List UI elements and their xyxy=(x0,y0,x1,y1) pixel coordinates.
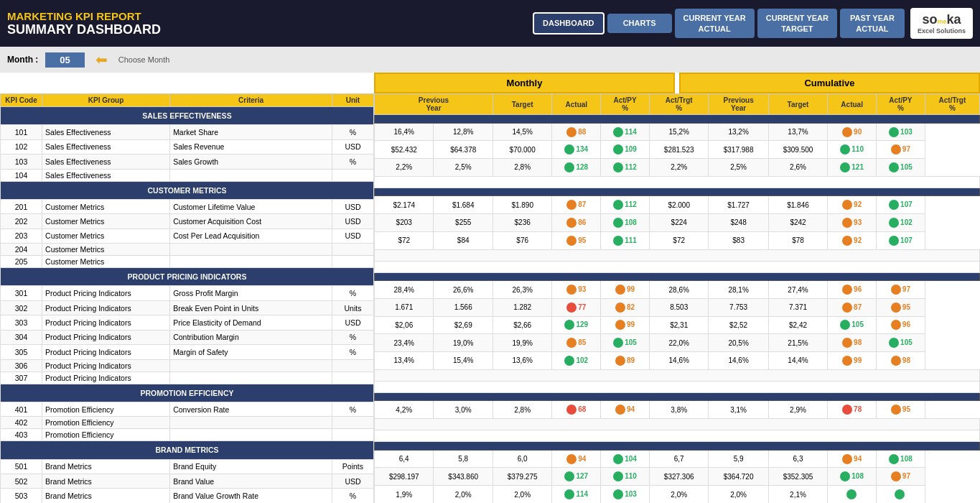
c-atgt: 107 xyxy=(877,196,925,214)
c-actual: 2,9% xyxy=(768,401,827,419)
m-atgt: 114 xyxy=(601,123,650,141)
unit-cell: % xyxy=(332,489,373,503)
c-actual: $352.305 xyxy=(768,468,827,486)
status-badge xyxy=(842,405,852,415)
status-badge xyxy=(842,303,852,313)
c-prev-year: 2,0% xyxy=(649,486,708,503)
m-target: 1.566 xyxy=(434,298,493,316)
c-prev-year: 22,0% xyxy=(649,334,708,352)
m-actual: $1.890 xyxy=(493,196,551,214)
c-prev-year: 14,6% xyxy=(649,351,708,369)
unit-cell xyxy=(332,256,373,268)
kpi-group-cell: Brand Metrics xyxy=(42,459,170,474)
criteria-cell: Break Even Point in Units xyxy=(170,300,332,315)
kpi-group-cell: Brand Metrics xyxy=(42,474,170,488)
m-atgt: 108 xyxy=(601,214,650,232)
m-apy: 95 xyxy=(552,231,601,249)
dashboard-button[interactable]: DASHBOARD xyxy=(533,12,605,34)
c-atgt: 105 xyxy=(877,334,925,352)
m-apy: 129 xyxy=(552,316,601,334)
c-atgt: 108 xyxy=(877,450,925,468)
c-actual: $309.500 xyxy=(768,141,827,159)
past-year-actual-button[interactable]: PAST YEARACTUAL xyxy=(840,9,905,38)
unit-cell xyxy=(332,169,373,181)
c-target: 3,1% xyxy=(709,401,768,419)
c-target: $317.988 xyxy=(709,141,768,159)
c-atgt: 107 xyxy=(877,231,925,249)
m-prev-year: 1.671 xyxy=(375,298,434,316)
m-actual: 19,9% xyxy=(493,334,551,352)
c-prev-year: $72 xyxy=(649,231,708,249)
current-year-target-button[interactable]: CURRENT YEARTARGET xyxy=(757,9,837,38)
m-atgt: 104 xyxy=(601,450,650,468)
m-target: 15,4% xyxy=(434,351,493,369)
m-apy: 85 xyxy=(552,334,601,352)
right-table: PreviousYear Target Actual Act/PY% Act/T… xyxy=(374,93,980,503)
status-badge xyxy=(889,200,899,210)
m-prev-year: $203 xyxy=(375,214,434,232)
c-actual: $2,42 xyxy=(768,316,827,334)
status-badge xyxy=(564,144,574,154)
kpi-code-cell: 303 xyxy=(1,315,42,330)
kpi-code-cell: 103 xyxy=(1,154,42,169)
m-apy: 88 xyxy=(552,123,601,141)
kpi-code-cell: 402 xyxy=(1,417,42,429)
status-badge xyxy=(566,236,577,246)
status-badge xyxy=(842,236,852,246)
criteria-cell xyxy=(170,256,332,268)
m-target: 3,0% xyxy=(434,401,493,419)
unit-cell: % xyxy=(332,286,373,300)
kpi-code-cell: 307 xyxy=(1,372,42,384)
status-badge xyxy=(891,471,901,481)
c-atgt: 98 xyxy=(877,351,925,369)
status-badge xyxy=(889,454,899,464)
criteria-cell: Brand Value xyxy=(170,474,332,488)
m-atgt: 89 xyxy=(601,351,650,369)
m-target: 5,8 xyxy=(434,450,493,468)
m-target: $64.378 xyxy=(434,141,493,159)
m-atgt: 99 xyxy=(601,316,650,334)
m-target: 26,6% xyxy=(434,281,493,299)
c-prev-year: 3,8% xyxy=(649,401,708,419)
status-badge xyxy=(566,127,577,137)
kpi-code-cell: 203 xyxy=(1,229,42,243)
m-actual: 13,6% xyxy=(493,351,551,369)
status-badge xyxy=(889,236,899,246)
m-prev-year: 13,4% xyxy=(375,351,434,369)
kpi-group-cell: Product Pricing Indicators xyxy=(42,372,170,384)
kpi-group-cell: Promotion Efficiency xyxy=(42,429,170,441)
c-target: 14,6% xyxy=(709,351,768,369)
c-target: 28,1% xyxy=(709,281,768,299)
m-atgt: 94 xyxy=(601,401,650,419)
kpi-code-cell: 302 xyxy=(1,300,42,315)
m-atgt: 99 xyxy=(601,281,650,299)
m-atgt: 110 xyxy=(601,468,650,486)
status-badge xyxy=(566,454,577,464)
c-prev-year: 2,2% xyxy=(649,159,708,177)
current-year-actual-button[interactable]: CURRENT YEARACTUAL xyxy=(675,9,755,38)
criteria-cell: Margin of Safety xyxy=(170,345,332,359)
m-prev-year: $2,06 xyxy=(375,316,434,334)
criteria-cell xyxy=(170,417,332,429)
c-apy: 93 xyxy=(828,214,877,232)
c-target: $83 xyxy=(709,231,768,249)
status-badge xyxy=(564,356,574,366)
m-prev-year: 23,4% xyxy=(375,334,434,352)
group-header-right xyxy=(375,272,980,281)
status-badge xyxy=(889,127,899,137)
c-actual: 6,3 xyxy=(768,450,827,468)
c-apy: 121 xyxy=(828,159,877,177)
col-prev-year-cumul: PreviousYear xyxy=(709,94,768,115)
unit-cell: USD xyxy=(332,139,373,154)
unit-cell: Points xyxy=(332,459,373,474)
status-badge xyxy=(891,320,901,330)
status-badge xyxy=(889,218,899,228)
c-apy: 92 xyxy=(828,196,877,214)
c-target: 7.753 xyxy=(709,298,768,316)
charts-button[interactable]: CHARTS xyxy=(607,14,672,32)
col-kpi-code: KPI Code xyxy=(1,94,42,107)
c-apy: 94 xyxy=(828,450,877,468)
kpi-group-cell: Customer Metrics xyxy=(42,256,170,268)
status-badge xyxy=(615,405,625,415)
status-badge xyxy=(840,162,850,172)
